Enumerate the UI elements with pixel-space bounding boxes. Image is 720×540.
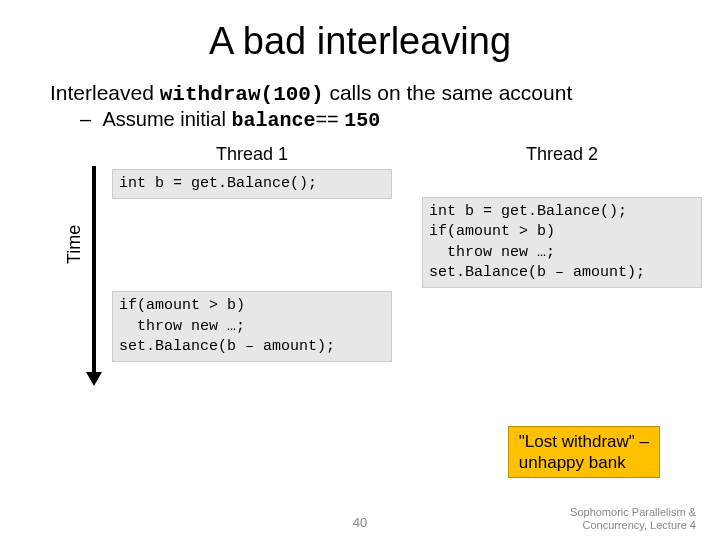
footer-line2: Concurrency, Lecture 4 [570,519,696,532]
subtitle: Interleaved withdraw(100) calls on the s… [50,81,680,106]
bullet-dash: – [80,108,98,131]
thread1-header: Thread 1 [112,144,392,165]
footer: Sophomoric Parallelism & Concurrency, Le… [570,506,696,532]
callout-line1: "Lost withdraw" – [519,431,649,452]
thread-columns: Thread 1 int b = get.Balance(); if(amoun… [112,144,680,362]
thread2-spacer [422,169,702,197]
thread1-column: Thread 1 int b = get.Balance(); if(amoun… [112,144,392,362]
page-title: A bad interleaving [40,20,680,63]
slide: A bad interleaving Interleaved withdraw(… [0,0,720,540]
thread1-code-block2: if(amount > b) throw new …; set.Balance(… [112,291,392,362]
bullet-code2: 150 [344,109,380,132]
thread2-code-block: int b = get.Balance(); if(amount > b) th… [422,197,702,288]
time-axis-label: Time [64,225,85,264]
bullet: – Assume initial balance== 150 [80,108,680,132]
subtitle-code: withdraw(100) [160,83,324,106]
footer-line1: Sophomoric Parallelism & [570,506,696,519]
arrow-head-icon [86,372,102,386]
thread2-column: Thread 2 int b = get.Balance(); if(amoun… [422,144,702,362]
callout-line2: unhappy bank [519,452,649,473]
callout-box: "Lost withdraw" – unhappy bank [508,426,660,479]
arrow-line [92,166,96,376]
bullet-mid: == [315,108,344,130]
time-arrow [88,166,100,386]
bullet-code1: balance [231,109,315,132]
bullet-pre: Assume initial [98,108,231,130]
thread2-header: Thread 2 [422,144,702,165]
subtitle-post: calls on the same account [324,81,573,104]
page-number: 40 [353,515,367,530]
subtitle-pre: Interleaved [50,81,160,104]
content-area: Time Thread 1 int b = get.Balance(); if(… [100,144,680,362]
thread1-code-block1: int b = get.Balance(); [112,169,392,199]
